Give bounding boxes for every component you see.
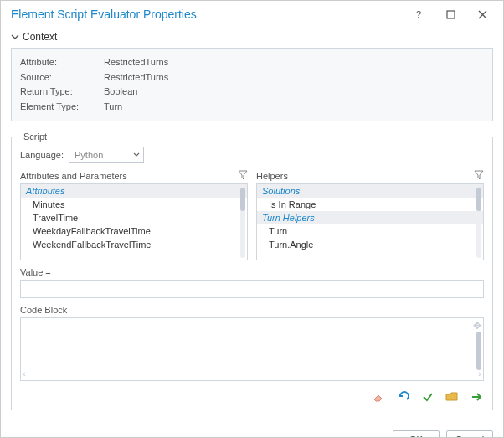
list-item[interactable]: Turn — [257, 224, 483, 238]
ctx-eltype-value: Turn — [104, 101, 122, 111]
context-panel: Attribute:RestrictedTurns Source:Restric… — [11, 48, 493, 121]
filter-helpers-button[interactable] — [474, 170, 484, 182]
maximize-button[interactable] — [435, 3, 466, 25]
value-label: Value = — [20, 267, 484, 277]
attrs-group-header: Attributes — [21, 184, 247, 198]
chevron-down-icon — [11, 33, 19, 41]
scrollbar-thumb[interactable] — [476, 188, 481, 211]
run-button[interactable] — [471, 391, 484, 403]
ok-button[interactable]: OK — [393, 430, 440, 438]
undo-button[interactable] — [397, 391, 410, 403]
cancel-button[interactable]: Cancel — [446, 430, 493, 438]
scrollbar-thumb[interactable] — [476, 332, 481, 370]
language-label: Language: — [20, 150, 64, 160]
ctx-rettype-label: Return Type: — [20, 85, 104, 99]
ctx-attr-label: Attribute: — [20, 55, 104, 70]
check-icon — [422, 391, 434, 403]
attrs-header: Attributes and Parameters — [20, 171, 127, 181]
titlebar: Element Script Evaluator Properties ? — [1, 1, 503, 28]
chevron-down-icon — [133, 152, 140, 158]
language-select[interactable]: Python — [69, 147, 144, 163]
undo-icon — [397, 391, 410, 403]
ctx-eltype-label: Element Type: — [20, 100, 104, 114]
helpers-group-turn: Turn Helpers — [257, 211, 483, 224]
value-input[interactable] — [20, 280, 484, 298]
helpers-group-solutions: Solutions — [257, 184, 483, 198]
action-icon-row — [372, 391, 484, 403]
open-button[interactable] — [445, 391, 459, 403]
list-item[interactable]: WeekendFallbackTravelTime — [21, 238, 247, 251]
close-icon — [478, 10, 487, 19]
context-toggle[interactable]: Context — [11, 28, 493, 48]
ctx-source-value: RestrictedTurns — [104, 72, 168, 82]
svg-text:?: ? — [416, 9, 421, 19]
validate-button[interactable] — [422, 391, 434, 403]
window-title: Element Script Evaluator Properties — [11, 8, 403, 21]
list-item[interactable]: WeekdayFallbackTravelTime — [21, 224, 247, 238]
list-item[interactable]: TravelTime — [21, 211, 247, 224]
ctx-rettype-value: Boolean — [104, 86, 137, 96]
codeblock-input[interactable]: ✥ ‹› — [20, 317, 484, 381]
helpers-header: Helpers — [256, 171, 288, 181]
language-value: Python — [75, 150, 103, 160]
attrs-list[interactable]: Attributes Minutes TravelTime WeekdayFal… — [20, 183, 248, 260]
list-item[interactable]: Is In Range — [257, 198, 483, 211]
eraser-button[interactable] — [372, 391, 385, 403]
help-button[interactable]: ? — [403, 3, 435, 25]
arrow-right-icon — [471, 391, 484, 403]
list-item[interactable]: Minutes — [21, 198, 247, 211]
filter-attrs-button[interactable] — [238, 170, 248, 182]
folder-icon — [445, 391, 459, 403]
maximize-icon — [446, 10, 455, 19]
funnel-icon — [238, 170, 248, 180]
script-group: Script Language: Python Attributes and P… — [11, 131, 493, 410]
close-button[interactable] — [466, 3, 498, 25]
list-item[interactable]: Turn.Angle — [257, 238, 483, 251]
scrollbar-thumb[interactable] — [240, 188, 245, 211]
codeblock-label: Code Block — [20, 305, 484, 315]
script-legend: Script — [20, 131, 50, 142]
helpers-list[interactable]: Solutions Is In Range Turn Helpers Turn … — [256, 183, 484, 260]
ctx-source-label: Source: — [20, 70, 104, 85]
ctx-attr-value: RestrictedTurns — [104, 57, 168, 67]
move-handle-icon[interactable]: ✥ — [473, 320, 481, 332]
context-header: Context — [23, 31, 57, 43]
help-icon: ? — [414, 9, 424, 19]
svg-rect-1 — [447, 11, 455, 18]
eraser-icon — [372, 391, 385, 403]
funnel-icon — [474, 170, 484, 180]
